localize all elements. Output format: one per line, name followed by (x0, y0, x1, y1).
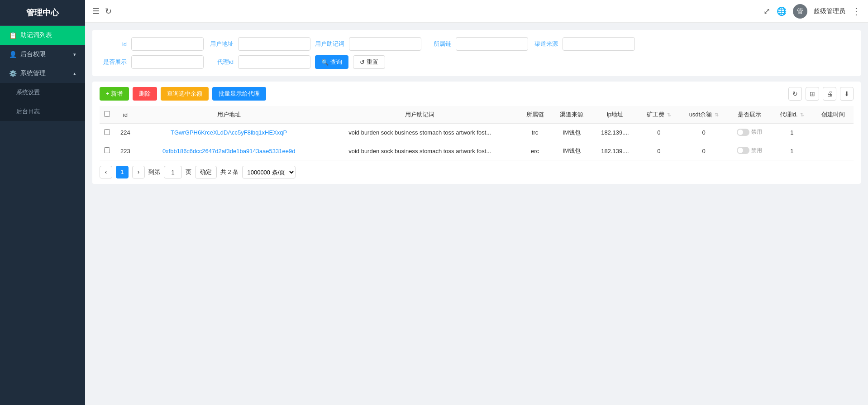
chevron-up-icon: ▴ (73, 71, 76, 77)
cell-created-time (813, 124, 854, 142)
goto-page-input[interactable] (164, 166, 182, 178)
sidebar-logo: 管理中心 (0, 0, 85, 26)
topbar: ☰ ↻ ⤢ 🌐 管 超级管理员 ⋮ (85, 0, 868, 23)
cell-ip: 182.139.... (592, 124, 638, 142)
row-checkbox-cell (100, 142, 114, 160)
row-checkbox[interactable] (104, 147, 110, 153)
header-user-mnemonic: 用户助记词 (321, 106, 519, 124)
status-badge[interactable]: 禁用 (737, 128, 762, 136)
cell-show: 禁用 (728, 124, 771, 142)
column-settings-button[interactable]: ⊞ (806, 87, 819, 101)
print-button[interactable]: 🖨 (823, 87, 836, 101)
sidebar-item-label: 系统管理 (20, 69, 46, 77)
cell-mnemonic: void burden sock business stomach toss a… (321, 124, 519, 142)
chain-input[interactable] (456, 37, 528, 51)
next-page-button[interactable]: › (132, 166, 145, 178)
batch-display-button[interactable]: 批量显示给代理 (212, 87, 266, 101)
mnemonic-input[interactable] (349, 37, 421, 51)
cell-mining-fee: 0 (638, 124, 680, 142)
sort-icon-usdt: ⇅ (715, 112, 719, 117)
proxy-label: 代理id (208, 58, 234, 66)
cell-ip: 182.139.... (592, 142, 638, 160)
id-input[interactable] (131, 37, 204, 51)
content-area: id 用户地址 用户助记词 所属链 渠道来源 是否展示 代理id 🔍 查询 (85, 23, 868, 405)
sidebar-item-backend-log[interactable]: 后台日志 (0, 102, 85, 121)
list-icon: 📋 (9, 32, 17, 39)
sort-icon-proxy: ⇅ (800, 112, 804, 117)
header-proxy-id[interactable]: 代理id. ⇅ (771, 106, 813, 124)
address-link[interactable]: TGwrGPH6KrceXLdDAcc5yF8lbq1xHEXxqP (171, 129, 287, 136)
add-button[interactable]: + 新增 (100, 87, 129, 101)
cell-mining-fee: 0 (638, 142, 680, 160)
sidebar-item-system-management[interactable]: ⚙️ 系统管理 ▴ (0, 64, 85, 83)
mnemonic-label: 用户助记词 (315, 40, 344, 48)
pagination: ‹ 1 › 到第 页 确定 共 2 条 1000000 条/页 (100, 160, 854, 178)
table-toolbar-left: + 新增 删除 查询选中余额 批量显示给代理 (100, 87, 266, 101)
fullscreen-icon[interactable]: ⤢ (763, 6, 770, 16)
page-size-select[interactable]: 1000000 条/页 (242, 166, 296, 178)
gear-icon: ⚙️ (9, 70, 17, 77)
header-usdt-balance[interactable]: usdt余额 ⇅ (680, 106, 728, 124)
channel-input[interactable] (563, 37, 635, 51)
sidebar-item-mnemonic-list[interactable]: 📋 助记词列表 (0, 26, 85, 45)
address-input[interactable] (238, 37, 310, 51)
toggle-dot (737, 147, 749, 154)
data-table: id 用户地址 用户助记词 所属链 渠道来源 ip地址 矿工费 ⇅ usdt余额… (100, 106, 854, 160)
reset-button[interactable]: ↺ 重置 (353, 55, 385, 69)
username-label: 超级管理员 (814, 7, 845, 15)
query-button[interactable]: 🔍 查询 (315, 55, 348, 69)
proxy-input[interactable] (238, 55, 310, 69)
cell-id: 223 (114, 142, 137, 160)
cell-chain: erc (519, 142, 551, 160)
refresh-icon[interactable]: ↻ (105, 6, 112, 16)
show-input[interactable] (131, 55, 204, 69)
status-badge[interactable]: 禁用 (737, 147, 762, 154)
cell-address: 0xfbb186c6dcc2647d2af3de1ba9143aae5331ee… (137, 142, 321, 160)
channel-label: 渠道来源 (533, 40, 558, 48)
goto-page-confirm-button[interactable]: 确定 (195, 166, 217, 178)
cell-mnemonic: void burden sock business stomach toss a… (321, 142, 519, 160)
row-checkbox-cell (100, 124, 114, 142)
header-id: id (114, 106, 137, 124)
address-link[interactable]: 0xfbb186c6dcc2647d2af3de1ba9143aae5331ee… (162, 148, 296, 154)
main-content: ☰ ↻ ⤢ 🌐 管 超级管理员 ⋮ id 用户地址 用户助记词 所属链 渠道来源 (85, 0, 868, 405)
header-channel: 渠道来源 (551, 106, 592, 124)
header-ip: ip地址 (592, 106, 638, 124)
sidebar-item-backend-permissions[interactable]: 👤 后台权限 ▾ (0, 45, 85, 64)
cell-id: 224 (114, 124, 137, 142)
toggle-dot (737, 129, 749, 136)
filter-row-1: id 用户地址 用户助记词 所属链 渠道来源 (101, 37, 852, 51)
globe-icon[interactable]: 🌐 (777, 6, 787, 16)
sidebar-item-label: 助记词列表 (20, 31, 52, 39)
header-created-time: 创建时间 (813, 106, 854, 124)
cell-channel: IM钱包 (551, 124, 592, 142)
cell-created-time (813, 142, 854, 160)
search-icon: 🔍 (321, 59, 329, 66)
sidebar: 管理中心 📋 助记词列表 👤 后台权限 ▾ ⚙️ 系统管理 ▴ 系统设置 后台日… (0, 0, 85, 405)
show-label: 是否展示 (101, 58, 127, 66)
sidebar-item-label: 后台日志 (16, 107, 40, 116)
cell-usdt-balance: 0 (680, 124, 728, 142)
sidebar-item-system-settings[interactable]: 系统设置 (0, 83, 85, 102)
user-icon: 👤 (9, 51, 17, 58)
row-checkbox[interactable] (104, 129, 110, 135)
sidebar-item-label: 系统设置 (16, 88, 40, 96)
header-mining-fee[interactable]: 矿工费 ⇅ (638, 106, 680, 124)
header-checkbox-cell (100, 106, 114, 124)
id-label: id (101, 41, 127, 48)
table-toolbar-right: ↻ ⊞ 🖨 ⬇ (788, 87, 854, 101)
export-button[interactable]: ⬇ (840, 87, 854, 101)
more-icon[interactable]: ⋮ (852, 6, 861, 17)
header-show: 是否展示 (728, 106, 771, 124)
check-balance-button[interactable]: 查询选中余额 (161, 87, 209, 101)
page-1-button[interactable]: 1 (116, 166, 129, 178)
table-row: 224 TGwrGPH6KrceXLdDAcc5yF8lbq1xHEXxqP v… (100, 124, 854, 142)
prev-page-button[interactable]: ‹ (100, 166, 112, 178)
cell-address: TGwrGPH6KrceXLdDAcc5yF8lbq1xHEXxqP (137, 124, 321, 142)
refresh-table-button[interactable]: ↻ (788, 87, 802, 101)
delete-button[interactable]: 删除 (133, 87, 157, 101)
select-all-checkbox[interactable] (104, 111, 110, 117)
table-panel: + 新增 删除 查询选中余额 批量显示给代理 ↻ ⊞ 🖨 ⬇ (92, 82, 861, 184)
page-label: 页 (186, 168, 191, 176)
menu-expand-icon[interactable]: ☰ (92, 6, 100, 16)
